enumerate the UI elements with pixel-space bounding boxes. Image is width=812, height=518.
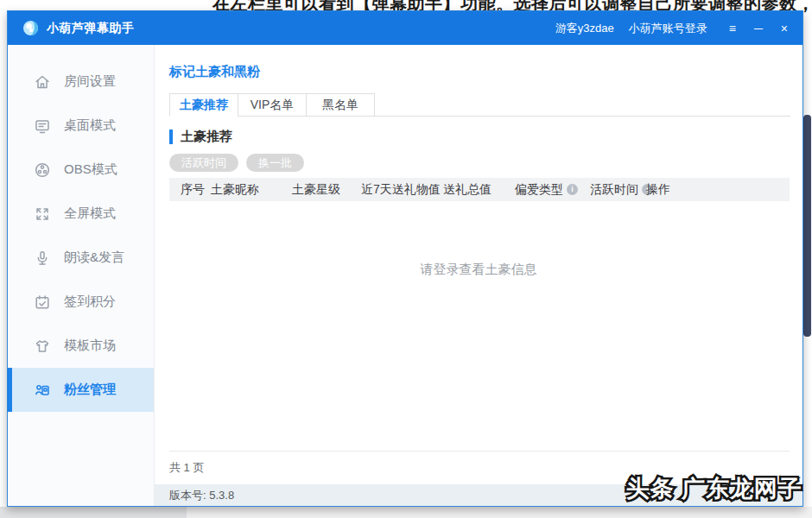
microphone-icon (34, 250, 51, 267)
calendar-check-icon (34, 294, 51, 311)
pagination-text: 共 1 页 (169, 460, 204, 476)
sidebar-item-fullscreen-mode[interactable]: 全屏模式 (8, 192, 154, 236)
sidebar-item-label: 签到积分 (64, 294, 116, 310)
filter-buttons: 活跃时间 换一批 (169, 154, 304, 172)
table-header: 序号 土豪昵称 土豪星级 近7天送礼物值 送礼总值 偏爱类型 i 活跃时间 i … (169, 178, 790, 201)
tab-bar: 土豪推荐 VIP名单 黑名单 (169, 93, 790, 117)
column-index: 序号 (181, 178, 205, 201)
section-title: 土豪推荐 (181, 129, 232, 145)
sidebar-item-label: 全屏模式 (64, 205, 116, 222)
obs-icon (34, 161, 51, 179)
empty-state-text: 请登录查看土豪信息 (155, 262, 802, 278)
tab-black-list[interactable]: 黑名单 (306, 93, 375, 117)
window-controls: ≡ ─ × (729, 22, 788, 35)
column-gift-total: 送礼总值 (443, 178, 492, 201)
column-actions: 操作 (646, 178, 670, 201)
sidebar-item-template-market[interactable]: 模板市场 (8, 324, 154, 368)
main-panel: 标记土豪和黑粉 土豪推荐 VIP名单 黑名单 土豪推荐 活跃时间 换一批 序号 … (155, 45, 802, 506)
app-logo-icon (22, 20, 39, 36)
sidebar-item-label: 模板市场 (64, 338, 116, 354)
titlebar: 小葫芦弹幕助手 游客y3zdae 小葫芦账号登录 ≡ ─ × (8, 11, 802, 45)
column-gift-7days: 近7天送礼物值 (361, 178, 441, 201)
sidebar-item-label: 桌面模式 (64, 117, 116, 134)
info-icon[interactable]: i (567, 184, 578, 195)
tshirt-icon (34, 338, 51, 355)
sidebar-item-label: 房间设置 (64, 73, 116, 90)
sidebar: 房间设置 桌面模式 OBS模式 (8, 45, 155, 506)
sidebar-item-label: OBS模式 (64, 161, 117, 178)
fullscreen-icon (34, 205, 51, 223)
tab-tuhao-recommend[interactable]: 土豪推荐 (169, 93, 238, 117)
column-star-level: 土豪星级 (292, 178, 340, 201)
sidebar-item-desktop-mode[interactable]: 桌面模式 (8, 104, 154, 148)
column-nickname: 土豪昵称 (211, 178, 259, 201)
app-body: 房间设置 桌面模式 OBS模式 (8, 45, 802, 506)
divider (169, 451, 790, 452)
sidebar-item-label: 朗读&发言 (64, 250, 124, 266)
sidebar-item-fans-management[interactable]: 粉丝管理 (8, 368, 154, 412)
section-accent-bar (169, 130, 173, 144)
desktop-icon (34, 117, 51, 135)
login-link[interactable]: 小葫芦账号登录 (629, 21, 707, 36)
sidebar-item-obs-mode[interactable]: OBS模式 (8, 148, 154, 192)
titlebar-right: 游客y3zdae 小葫芦账号登录 ≡ ─ × (555, 21, 788, 36)
background-scrollbar-thumb[interactable] (803, 115, 811, 337)
next-batch-button[interactable]: 换一批 (246, 154, 304, 172)
sidebar-item-checkin-points[interactable]: 签到积分 (8, 280, 154, 324)
active-time-button[interactable]: 活跃时间 (169, 154, 238, 172)
close-icon[interactable]: × (781, 22, 788, 35)
guest-account-label[interactable]: 游客y3zdae (555, 21, 614, 36)
background-strip-left (0, 507, 187, 518)
section-header: 土豪推荐 (169, 129, 232, 145)
column-active-time: 活跃时间 i (590, 178, 653, 201)
app-title: 小葫芦弹幕助手 (47, 21, 135, 36)
page-title: 标记土豪和黑粉 (169, 64, 260, 80)
app-window: 小葫芦弹幕助手 游客y3zdae 小葫芦账号登录 ≡ ─ × 房间设置 (7, 10, 803, 507)
tab-vip-list[interactable]: VIP名单 (238, 93, 307, 117)
sidebar-item-room-settings[interactable]: 房间设置 (8, 60, 154, 104)
fans-badge-icon (34, 382, 51, 399)
sidebar-item-read-speak[interactable]: 朗读&发言 (8, 236, 154, 280)
column-prefer-type: 偏爱类型 i (515, 178, 578, 201)
minimize-icon[interactable]: ─ (754, 22, 763, 35)
screen: 在左栏里可以看到【弹幕助手】功能。选择后可以调整自己所要调整的参数，请自由调整。… (0, 0, 812, 518)
watermark-text: 头条 广东龙网子 (625, 473, 802, 504)
menu-icon[interactable]: ≡ (729, 22, 736, 35)
sidebar-item-label: 粉丝管理 (64, 382, 116, 398)
home-icon (34, 73, 51, 91)
background-strip-right (187, 507, 812, 518)
